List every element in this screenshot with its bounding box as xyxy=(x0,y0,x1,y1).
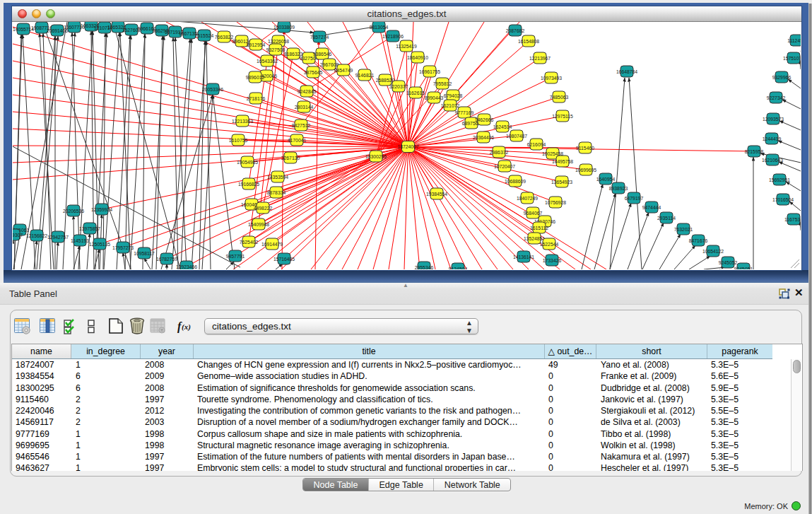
svg-text:11325419: 11325419 xyxy=(396,44,417,49)
svg-text:20364436: 20364436 xyxy=(473,135,494,140)
svg-text:9115460: 9115460 xyxy=(576,146,594,151)
svg-text:8990443: 8990443 xyxy=(425,95,444,100)
svg-text:2986372: 2986372 xyxy=(490,150,509,155)
svg-text:1522544: 1522544 xyxy=(540,242,559,247)
svg-text:12156822: 12156822 xyxy=(26,233,47,238)
svg-text:6479197: 6479197 xyxy=(625,196,644,201)
svg-text:10807487: 10807487 xyxy=(506,134,527,139)
svg-text:10720407: 10720407 xyxy=(494,164,515,169)
svg-text:12093573: 12093573 xyxy=(763,117,784,122)
svg-text:12505135: 12505135 xyxy=(89,242,110,247)
svg-text:12942757: 12942757 xyxy=(47,235,69,240)
svg-text:19166825: 19166825 xyxy=(238,182,259,187)
svg-text:19218906: 19218906 xyxy=(382,34,404,39)
svg-text:16782759: 16782759 xyxy=(156,257,177,262)
svg-text:14136141: 14136141 xyxy=(513,255,534,259)
svg-text:2718176: 2718176 xyxy=(247,96,266,101)
svg-text:6794028: 6794028 xyxy=(444,93,463,98)
svg-text:18300295: 18300295 xyxy=(365,154,387,159)
svg-text:10973493: 10973493 xyxy=(541,76,562,81)
svg-text:8471676: 8471676 xyxy=(689,238,708,243)
svg-text:9777169: 9777169 xyxy=(455,110,474,115)
svg-text:18724007: 18724007 xyxy=(397,144,418,149)
svg-text:8938923: 8938923 xyxy=(609,186,628,191)
svg-text:1624514: 1624514 xyxy=(493,124,512,129)
svg-text:16033809: 16033809 xyxy=(273,25,295,30)
svg-text:9124504: 9124504 xyxy=(449,267,468,270)
svg-text:9896012: 9896012 xyxy=(246,75,265,80)
svg-text:1733426: 1733426 xyxy=(543,258,562,263)
svg-text:7857274: 7857274 xyxy=(310,35,329,40)
svg-text:15751074: 15751074 xyxy=(783,56,801,61)
svg-text:15716485: 15716485 xyxy=(273,257,295,262)
svg-text:8912954: 8912954 xyxy=(247,42,266,47)
svg-text:19384554: 19384554 xyxy=(426,192,447,197)
svg-text:1167534: 1167534 xyxy=(784,217,801,222)
svg-text:9684067: 9684067 xyxy=(524,211,543,216)
svg-text:9474444: 9474444 xyxy=(642,205,661,210)
svg-text:16210643: 16210643 xyxy=(762,158,783,163)
svg-text:16648784: 16648784 xyxy=(616,69,637,74)
svg-text:8878334: 8878334 xyxy=(267,190,286,195)
svg-text:2588520: 2588520 xyxy=(376,78,395,83)
svg-text:2955346: 2955346 xyxy=(415,265,434,270)
svg-text:4170041: 4170041 xyxy=(288,138,307,143)
svg-text:13524851: 13524851 xyxy=(524,236,545,241)
svg-text:19054985: 19054985 xyxy=(237,160,258,165)
svg-text:3919307: 3919307 xyxy=(13,233,23,238)
svg-text:15409948: 15409948 xyxy=(248,222,269,227)
svg-text:12359924: 12359924 xyxy=(91,207,112,212)
svg-text:8813054: 8813054 xyxy=(370,25,389,30)
svg-text:9386546: 9386546 xyxy=(313,52,332,57)
svg-text:3267130: 3267130 xyxy=(281,156,300,160)
svg-text:3220377: 3220377 xyxy=(389,84,408,89)
svg-text:18407249: 18407249 xyxy=(517,196,538,201)
svg-text:1112453: 1112453 xyxy=(787,38,801,43)
svg-text:18640910: 18640910 xyxy=(407,55,428,60)
svg-text:10699695: 10699695 xyxy=(575,168,596,173)
svg-text:7632021: 7632021 xyxy=(674,227,693,232)
svg-text:8215958: 8215958 xyxy=(745,149,764,154)
svg-text:1640954: 1640954 xyxy=(596,177,616,182)
svg-text:12213363: 12213363 xyxy=(232,119,253,124)
svg-text:2803144: 2803144 xyxy=(295,105,314,110)
svg-text:2967608: 2967608 xyxy=(320,62,339,67)
svg-text:7515524: 7515524 xyxy=(195,33,214,38)
svg-text:9327508: 9327508 xyxy=(266,47,286,52)
svg-text:8427512: 8427512 xyxy=(292,123,311,128)
svg-text:16914479: 16914479 xyxy=(261,242,283,247)
svg-text:10958117: 10958117 xyxy=(134,251,155,256)
svg-text:4498222: 4498222 xyxy=(254,206,273,211)
svg-text:(x): (x) xyxy=(182,322,191,332)
svg-text:9327504: 9327504 xyxy=(300,56,319,61)
svg-text:9329966: 9329966 xyxy=(772,75,792,80)
svg-text:1610755: 1610755 xyxy=(229,138,248,143)
svg-text:13975857: 13975857 xyxy=(79,226,100,231)
svg-text:12213967: 12213967 xyxy=(529,56,551,61)
svg-text:1621072: 1621072 xyxy=(441,103,460,108)
svg-text:14353594: 14353594 xyxy=(267,175,288,180)
svg-text:3875645: 3875645 xyxy=(304,70,323,75)
svg-text:7485063: 7485063 xyxy=(550,95,569,100)
svg-text:16154808: 16154808 xyxy=(518,39,539,44)
svg-text:20206536: 20206536 xyxy=(63,209,84,214)
svg-text:9242845: 9242845 xyxy=(298,89,317,94)
svg-text:1145193: 1145193 xyxy=(71,238,89,243)
svg-text:1615112: 1615112 xyxy=(530,226,548,230)
svg-text:9227342: 9227342 xyxy=(767,95,786,100)
svg-text:1462666: 1462666 xyxy=(475,117,494,122)
svg-text:9245052: 9245052 xyxy=(719,260,738,265)
svg-text:2935114: 2935114 xyxy=(657,216,676,221)
svg-text:9146821: 9146821 xyxy=(355,73,375,78)
svg-text:17957273: 17957273 xyxy=(112,245,134,250)
svg-text:7663822: 7663822 xyxy=(215,35,234,40)
svg-text:17016504: 17016504 xyxy=(772,197,794,202)
svg-text:7955812: 7955812 xyxy=(433,81,452,86)
svg-text:7625402: 7625402 xyxy=(240,240,259,245)
svg-text:20053346: 20053346 xyxy=(202,87,223,92)
svg-text:10025458: 10025458 xyxy=(542,151,563,156)
svg-text:15692951: 15692951 xyxy=(769,177,790,182)
svg-text:12975115: 12975115 xyxy=(552,114,573,119)
svg-text:10688609: 10688609 xyxy=(505,179,526,184)
svg-text:6216094: 6216094 xyxy=(527,142,546,147)
